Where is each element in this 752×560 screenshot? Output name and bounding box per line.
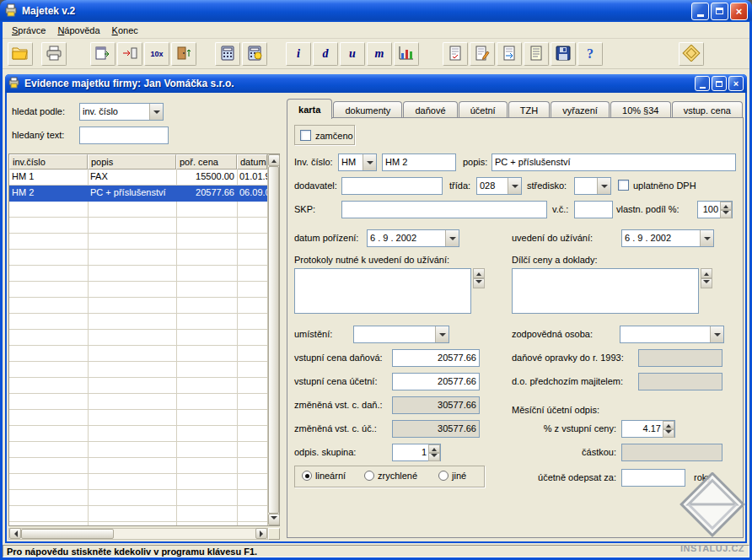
table-row[interactable]: HM 1 FAX 15500.00 01.01.95 xyxy=(9,170,267,186)
dilci-spinner[interactable] xyxy=(701,268,712,288)
datum-porizeni-picker[interactable]: 6 . 9 . 2002 xyxy=(367,229,459,247)
protokoly-spinner[interactable] xyxy=(473,268,485,288)
spin-up-icon[interactable] xyxy=(663,421,674,429)
procento-spinner[interactable]: 4.17 xyxy=(621,420,675,438)
tab-karta[interactable]: karta xyxy=(287,99,332,119)
tab-vstup-cena[interactable]: vstup. cena xyxy=(672,101,743,118)
inv-number-field[interactable]: HM 2 xyxy=(382,153,456,171)
chevron-down-icon[interactable] xyxy=(700,230,713,246)
horizontal-scroll-thumb[interactable] xyxy=(21,529,114,539)
chevron-down-icon[interactable] xyxy=(710,326,723,342)
search-by-combobox[interactable]: inv. číslo xyxy=(79,103,164,121)
letter-u-button[interactable]: u xyxy=(340,42,365,66)
tab-tzh[interactable]: TZH xyxy=(508,101,551,118)
uvedeni-picker[interactable]: 6 . 9 . 2002 xyxy=(621,229,714,247)
form-export-button[interactable] xyxy=(90,42,115,66)
diamond-button[interactable] xyxy=(679,42,704,66)
open-folder-button[interactable] xyxy=(8,42,33,66)
letter-i-button[interactable]: i xyxy=(286,42,311,66)
vc-ucetni-field[interactable]: 20577.66 xyxy=(392,373,480,390)
vc-danova-field[interactable]: 20577.66 xyxy=(392,349,480,367)
child-restore-button[interactable] xyxy=(712,76,727,91)
spin-up-icon[interactable] xyxy=(428,444,440,453)
child-minimize-button[interactable] xyxy=(695,76,710,91)
column-header-popis[interactable]: popis xyxy=(88,154,176,170)
umisteni-combobox[interactable] xyxy=(353,326,449,343)
popis-field[interactable]: PC + příslušenství xyxy=(491,153,736,171)
stredisko-combobox[interactable] xyxy=(574,177,611,195)
osoba-combobox[interactable] xyxy=(620,326,724,343)
chevron-down-icon[interactable] xyxy=(597,178,610,194)
horizontal-scrollbar[interactable] xyxy=(8,528,268,540)
tab-vyrazeni[interactable]: vyřazení xyxy=(551,101,610,118)
chevron-down-icon[interactable] xyxy=(363,154,376,170)
skp-field[interactable] xyxy=(341,201,547,218)
help-button[interactable]: ? xyxy=(577,42,603,66)
radio-linearni[interactable]: lineární xyxy=(302,471,346,481)
child-title-bar[interactable]: Evidence majetku firmy: Jan Vomáčka s.r.… xyxy=(5,74,747,93)
radio-zrychlene[interactable]: zrychlené xyxy=(364,471,417,481)
report-button[interactable] xyxy=(443,42,468,66)
title-bar[interactable]: Majetek v.2 × xyxy=(0,0,752,22)
print-button[interactable] xyxy=(41,42,67,66)
spin-down-icon[interactable] xyxy=(663,429,674,438)
close-button[interactable]: × xyxy=(730,3,748,20)
column-header-inv[interactable]: inv.číslo xyxy=(9,154,88,170)
notes-button[interactable] xyxy=(524,42,549,66)
scroll-up-button[interactable] xyxy=(268,154,280,166)
protokoly-textarea[interactable] xyxy=(294,268,471,314)
open-doc-button[interactable] xyxy=(497,42,522,66)
vertical-scrollbar[interactable] xyxy=(267,154,279,525)
spin-up-icon[interactable] xyxy=(720,202,732,210)
tab-10-34[interactable]: 10% §34 xyxy=(610,101,671,118)
dilci-textarea[interactable] xyxy=(512,268,699,314)
exit-door-button[interactable] xyxy=(171,42,196,66)
save-button[interactable] xyxy=(551,42,576,66)
odpis-spinner[interactable]: 1 xyxy=(392,444,441,461)
scroll-down-button[interactable] xyxy=(268,514,280,525)
menu-konec[interactable]: Konec xyxy=(106,24,144,37)
menu-spravce[interactable]: Správce xyxy=(6,24,51,37)
spin-down-icon[interactable] xyxy=(473,278,485,288)
table-row-selected[interactable]: HM 2 PC + příslušenství 20577.66 06.09.0… xyxy=(9,186,267,202)
spin-down-icon[interactable] xyxy=(701,278,712,288)
spin-up-icon[interactable] xyxy=(701,268,712,278)
trida-combobox[interactable]: 028 xyxy=(476,177,522,195)
child-close-button[interactable]: × xyxy=(728,76,744,91)
column-header-datum[interactable]: datum p xyxy=(237,154,267,170)
chevron-down-icon[interactable] xyxy=(445,230,459,246)
spin-up-icon[interactable] xyxy=(473,268,485,278)
chevron-down-icon[interactable] xyxy=(508,178,521,194)
search-text-input[interactable] xyxy=(79,127,169,144)
tab-dokumenty[interactable]: dokumenty xyxy=(333,101,402,118)
vc-field[interactable] xyxy=(574,201,613,218)
spin-down-icon[interactable] xyxy=(720,210,732,218)
inv-type-combobox[interactable]: HM xyxy=(338,153,377,171)
column-header-cena[interactable]: poř. cena xyxy=(176,154,237,170)
size-grip[interactable] xyxy=(268,528,280,540)
calc-10x-button[interactable]: 10x xyxy=(144,42,169,66)
chart-button[interactable] xyxy=(394,42,419,66)
dodavatel-field[interactable] xyxy=(341,177,443,195)
minimize-button[interactable] xyxy=(691,3,709,20)
scroll-right-button[interactable] xyxy=(255,528,267,539)
spin-down-icon[interactable] xyxy=(428,453,440,461)
chevron-down-icon[interactable] xyxy=(149,104,163,120)
calculator-coin-button[interactable] xyxy=(242,42,267,66)
podil-spinner[interactable]: 100 xyxy=(697,201,733,218)
transfer-button[interactable] xyxy=(117,42,142,66)
tab-ucetni[interactable]: účetní xyxy=(459,101,508,118)
letter-m-button[interactable]: m xyxy=(367,42,392,66)
vertical-scroll-thumb[interactable] xyxy=(268,166,279,514)
dph-checkbox[interactable] xyxy=(618,180,629,191)
menu-napoveda[interactable]: Nápověda xyxy=(51,24,105,37)
radio-jine[interactable]: jiné xyxy=(438,471,466,481)
tab-danove[interactable]: daňové xyxy=(403,101,457,118)
maximize-button[interactable] xyxy=(711,3,728,20)
edit-doc-button[interactable] xyxy=(470,42,495,66)
scroll-left-button[interactable] xyxy=(9,528,21,539)
chevron-down-icon[interactable] xyxy=(435,326,449,342)
letter-d-button[interactable]: d xyxy=(313,42,338,66)
calculator-button[interactable] xyxy=(215,42,240,66)
locked-checkbox[interactable] xyxy=(300,130,311,141)
